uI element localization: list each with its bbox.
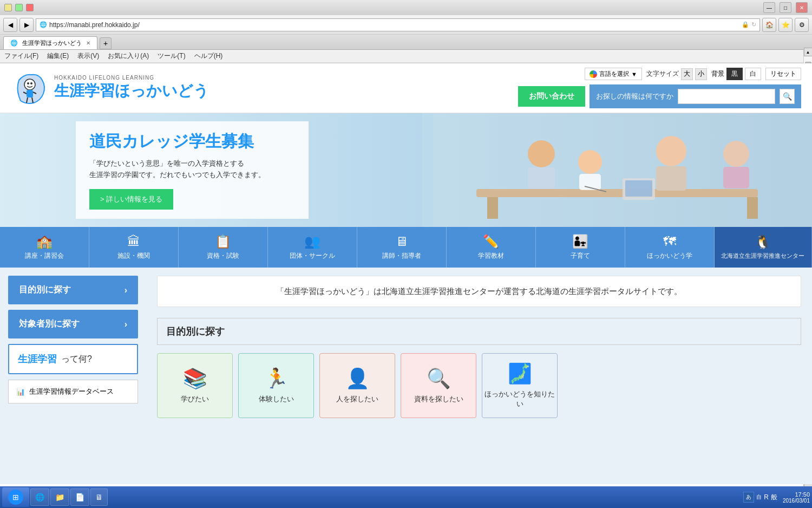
find-materials-icon: 🔍 bbox=[427, 367, 451, 390]
site-description: 「生涯学習ほっかいどう」は北海道立生涯学習推進センターが運営する北海道の生涯学習… bbox=[157, 276, 801, 307]
logo-area: HOKKAIDO LIFELONG LEARNING 生涯学習ほっかいどう bbox=[11, 69, 209, 107]
nav-childcare[interactable]: 👨‍👧 子育て bbox=[536, 227, 625, 268]
category-learn[interactable]: 📚 学びたい bbox=[157, 353, 233, 418]
folder-icon: 📁 bbox=[55, 493, 64, 502]
tab-close-btn[interactable]: ✕ bbox=[86, 40, 90, 46]
svg-text:⊞: ⊞ bbox=[12, 493, 19, 502]
taskbar-folder-btn[interactable]: 📁 bbox=[50, 489, 69, 506]
restore-window-btn[interactable]: □ bbox=[780, 2, 791, 13]
svg-rect-15 bbox=[528, 167, 555, 189]
start-btn[interactable]: ⊞ bbox=[2, 487, 29, 507]
nav-instructors[interactable]: 🖥 講師・指導者 bbox=[357, 227, 447, 268]
nav-hokkaido-study[interactable]: 🗺 ほっかいどう学 bbox=[625, 227, 715, 268]
svg-rect-19 bbox=[723, 167, 749, 188]
close-window-btn[interactable]: ✕ bbox=[796, 2, 808, 13]
sidebar-target-btn[interactable]: 対象者別に探す › bbox=[8, 310, 138, 338]
home-btn[interactable]: 🏠 bbox=[762, 18, 776, 32]
search-input[interactable] bbox=[678, 89, 775, 104]
menu-favorites[interactable]: お気に入り(A) bbox=[108, 51, 149, 61]
url-text: https://manabi.pref.hokkaido.jp/ bbox=[49, 21, 140, 29]
contact-btn[interactable]: お問い合わせ bbox=[518, 86, 585, 107]
volume-icon: 般 bbox=[771, 493, 777, 502]
keyboard-icon: あ bbox=[743, 492, 754, 503]
menu-edit[interactable]: 編集(E) bbox=[47, 51, 69, 61]
active-tab[interactable]: 🌐 生涯学習ほっかいどう ✕ bbox=[3, 36, 97, 49]
nav-qualifications[interactable]: 📋 資格・試験 bbox=[179, 227, 268, 268]
settings-btn[interactable]: ⚙ bbox=[795, 18, 809, 32]
learn-icon: 📚 bbox=[183, 367, 207, 390]
nav-groups[interactable]: 👥 団体・サークル bbox=[268, 227, 357, 268]
svg-rect-11 bbox=[747, 197, 758, 219]
scroll-up-btn[interactable]: ▲ bbox=[804, 48, 813, 56]
category-find-materials[interactable]: 🔍 資料を探したい bbox=[401, 353, 476, 418]
taskbar-pdf-btn[interactable]: 📄 bbox=[70, 489, 89, 506]
minimize-window-btn[interactable]: — bbox=[763, 2, 775, 13]
section-title: 目的別に探す bbox=[157, 318, 801, 345]
materials-icon: ✏️ bbox=[483, 234, 499, 249]
header-bottom-controls: お問い合わせ お探しの情報は何ですか 🔍 bbox=[518, 84, 801, 108]
nav-center[interactable]: 🐧 北海道立生涯学習推進センター bbox=[715, 227, 813, 268]
menu-help[interactable]: ヘルプ(H) bbox=[194, 51, 223, 61]
logo-title: 生涯学習ほっかいどう bbox=[54, 81, 209, 101]
lock-icon: 🔒 bbox=[742, 21, 749, 28]
nav-facilities[interactable]: 🏛 施設・機関 bbox=[89, 227, 179, 268]
maximize-btn[interactable] bbox=[15, 4, 23, 11]
forward-btn[interactable]: ▶ bbox=[19, 18, 34, 32]
svg-point-12 bbox=[578, 150, 602, 174]
category-find-people[interactable]: 👤 人を探したい bbox=[319, 353, 395, 418]
know-hokkaido-icon: 🗾 bbox=[508, 362, 532, 385]
groups-icon: 👥 bbox=[304, 234, 320, 249]
tab-bar: 🌐 生涯学習ほっかいどう ✕ + bbox=[0, 35, 812, 50]
bg-white-btn[interactable]: 白 bbox=[745, 68, 761, 80]
main-content: 目的別に探す › 対象者別に探す › 生涯学習 って何? 📊 生涯学習情報データ… bbox=[0, 268, 812, 484]
taskbar-ie-btn[interactable]: 🌐 bbox=[30, 489, 49, 506]
menu-view[interactable]: 表示(V) bbox=[77, 51, 99, 61]
search-submit-btn[interactable]: 🔍 bbox=[780, 89, 795, 104]
back-btn[interactable]: ◀ bbox=[3, 18, 17, 32]
category-experience[interactable]: 🏃 体験したい bbox=[238, 353, 314, 418]
header-right: 言語を選択 ▼ 文字サイズ 大 小 背景 黒 白 リセット お問い合わせ bbox=[518, 68, 801, 108]
svg-point-14 bbox=[528, 140, 555, 167]
hero-desc1: 「学びたいという意思」を唯一の入学資格とする 生涯学習の学園です。だれでもいつで… bbox=[89, 158, 295, 181]
ie-icon: 🌐 bbox=[40, 21, 47, 28]
nav-lectures[interactable]: 🏫 講座・講習会 bbox=[0, 227, 89, 268]
site-logo bbox=[11, 69, 49, 107]
qualifications-icon: 📋 bbox=[215, 234, 231, 249]
arrow-icon-2: › bbox=[125, 320, 127, 329]
nav-materials[interactable]: ✏️ 学習教材 bbox=[447, 227, 536, 268]
svg-point-16 bbox=[656, 136, 686, 166]
bg-black-btn[interactable]: 黒 bbox=[726, 68, 743, 80]
site-header: HOKKAIDO LIFELONG LEARNING 生涯学習ほっかいどう 言語… bbox=[0, 63, 812, 113]
pdf-icon: 📄 bbox=[75, 493, 84, 502]
font-large-btn[interactable]: 大 bbox=[681, 68, 693, 80]
svg-rect-9 bbox=[476, 189, 758, 197]
hokkaido-study-icon: 🗺 bbox=[663, 234, 676, 249]
minimize-btn[interactable] bbox=[4, 4, 12, 11]
menu-file[interactable]: ファイル(F) bbox=[4, 51, 38, 61]
address-bar[interactable]: 🌐 https://manabi.pref.hokkaido.jp/ 🔒 ↻ bbox=[36, 18, 760, 31]
sidebar-database-btn[interactable]: 📊 生涯学習情報データベース bbox=[8, 380, 138, 403]
font-small-btn[interactable]: 小 bbox=[695, 68, 707, 80]
menu-tools[interactable]: ツール(T) bbox=[158, 51, 185, 61]
hero-title: 道民カレッジ学生募集 bbox=[89, 131, 295, 153]
taskbar-icons: あ 自 R 般 17:50 2016/03/01 bbox=[743, 491, 810, 504]
arrow-icon: › bbox=[125, 285, 127, 295]
sidebar-purpose-btn[interactable]: 目的別に探す › bbox=[8, 276, 138, 304]
close-btn[interactable] bbox=[26, 4, 34, 11]
header-top-controls: 言語を選択 ▼ 文字サイズ 大 小 背景 黒 白 リセット bbox=[585, 68, 801, 80]
refresh-icon[interactable]: ↻ bbox=[751, 21, 756, 28]
new-tab-btn[interactable]: + bbox=[100, 37, 112, 49]
hero-image bbox=[422, 113, 812, 227]
taskbar-app-btn[interactable]: 🖥 bbox=[90, 489, 108, 506]
menu-bar: ファイル(F) 編集(E) 表示(V) お気に入り(A) ツール(T) ヘルプ(… bbox=[0, 50, 812, 63]
sidebar-what-btn[interactable]: 生涯学習 って何? bbox=[8, 344, 138, 374]
hero-detail-btn[interactable]: > 詳しい情報を見る bbox=[89, 189, 173, 210]
google-icon bbox=[590, 70, 597, 78]
lang-select-btn[interactable]: 言語を選択 ▼ bbox=[585, 68, 642, 80]
taskbar-time: 17:50 2016/03/01 bbox=[780, 491, 810, 504]
svg-point-0 bbox=[24, 79, 35, 90]
reset-btn[interactable]: リセット bbox=[765, 68, 801, 80]
database-icon: 📊 bbox=[16, 388, 25, 396]
category-know-hokkaido[interactable]: 🗾 ほっかいどうを知りたい bbox=[482, 353, 558, 418]
favorites-btn[interactable]: ⭐ bbox=[778, 18, 793, 32]
